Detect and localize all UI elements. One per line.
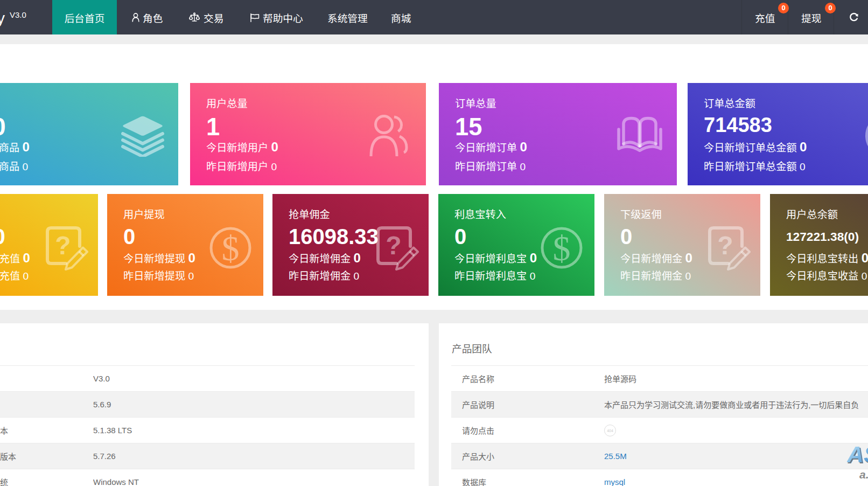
svg-text:?: ? — [386, 231, 401, 260]
svg-text:?: ? — [55, 231, 71, 260]
svg-text:?: ? — [717, 231, 733, 260]
svg-text:$: $ — [553, 228, 571, 268]
svg-text:$: $ — [222, 228, 240, 268]
